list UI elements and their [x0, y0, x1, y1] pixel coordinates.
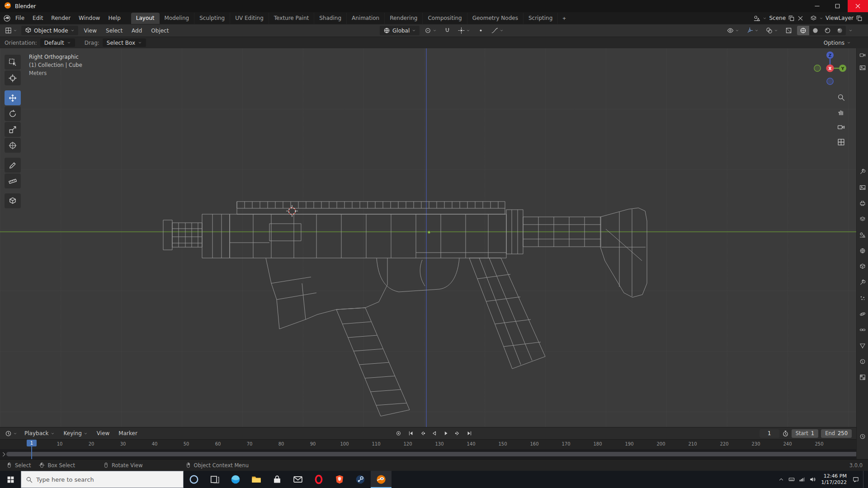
- taskbar-search[interactable]: [21, 471, 184, 488]
- menu-window[interactable]: Window: [75, 14, 104, 23]
- tool-select-box[interactable]: [5, 55, 21, 70]
- add-workspace-button[interactable]: +: [559, 14, 570, 23]
- strip-clock-button[interactable]: [858, 432, 868, 441]
- caret-up-icon[interactable]: [778, 476, 784, 483]
- viewport-nav-camera-button[interactable]: [835, 122, 846, 132]
- transport-play-button[interactable]: [441, 429, 452, 438]
- remove-scene-icon[interactable]: [797, 15, 804, 22]
- close-button[interactable]: [848, 0, 868, 12]
- strip-photo-button[interactable]: [858, 63, 868, 73]
- shading-rendered-button[interactable]: [834, 26, 846, 35]
- tool-cursor[interactable]: [5, 70, 21, 85]
- taskbar-app-mail[interactable]: [288, 471, 308, 488]
- properties-tab-view-layer[interactable]: [858, 214, 868, 224]
- timeline-ruler[interactable]: 1020304050607080901001101201301401501601…: [0, 439, 868, 449]
- tool-measure[interactable]: [5, 174, 21, 188]
- menu-render[interactable]: Render: [47, 14, 75, 23]
- viewport-menu-add[interactable]: Add: [127, 26, 146, 35]
- transport-jump-start-button[interactable]: [406, 429, 416, 438]
- properties-tab-modifiers[interactable]: [858, 277, 868, 287]
- timeline-menu-playback[interactable]: Playback: [20, 429, 59, 438]
- show-overlays-dropdown[interactable]: [764, 26, 780, 35]
- workspace-tab-rendering[interactable]: Rendering: [385, 13, 423, 24]
- 3d-viewport[interactable]: Right Orthographic (1) Collection | Cube…: [0, 48, 856, 427]
- new-viewlayer-icon[interactable]: [856, 15, 863, 22]
- viewport-canvas[interactable]: [0, 48, 856, 427]
- properties-tab-world[interactable]: [858, 246, 868, 256]
- tool-rotate[interactable]: [5, 106, 21, 121]
- navigation-gizmo[interactable]: Z Y X: [811, 49, 849, 87]
- properties-tab-constraints[interactable]: [858, 325, 868, 335]
- properties-tab-render[interactable]: [858, 183, 868, 192]
- tool-annotate[interactable]: [5, 158, 21, 173]
- properties-tab-particles[interactable]: [858, 293, 868, 303]
- taskbar-app-edge[interactable]: [225, 471, 246, 488]
- taskbar-app-task-view[interactable]: [204, 471, 225, 488]
- taskbar-app-opera[interactable]: [308, 471, 329, 488]
- viewport-nav-grid-button[interactable]: [835, 136, 846, 147]
- chevron-down-icon[interactable]: [763, 16, 767, 20]
- tool-add-cube[interactable]: [5, 193, 21, 208]
- proportional-editing-toggle[interactable]: [475, 26, 486, 35]
- timeline-scrollbar[interactable]: [6, 452, 862, 456]
- viewlayer-name[interactable]: ViewLayer: [826, 15, 854, 21]
- properties-tab-physics[interactable]: [858, 309, 868, 319]
- taskbar-app-store[interactable]: [267, 471, 288, 488]
- workspace-tab-compositing[interactable]: Compositing: [423, 13, 467, 24]
- timeline-menu-marker[interactable]: Marker: [114, 429, 141, 438]
- transport-play-reverse-button[interactable]: [429, 429, 440, 438]
- properties-tab-material[interactable]: [858, 357, 868, 366]
- network-icon[interactable]: [799, 476, 805, 483]
- taskbar-clock[interactable]: 12:46 PM 1/17/2022: [820, 473, 849, 486]
- auto-keying-toggle[interactable]: [393, 429, 404, 438]
- start-frame-field[interactable]: Start 1: [792, 429, 818, 438]
- properties-tab-scene[interactable]: [858, 230, 868, 240]
- properties-tab-texture[interactable]: [858, 372, 868, 382]
- gizmo-neg-z-ball[interactable]: [827, 78, 833, 84]
- viewport-nav-zoom-button[interactable]: [835, 92, 846, 103]
- end-frame-field[interactable]: End 250: [821, 429, 852, 438]
- taskbar-app-file-explorer[interactable]: [246, 471, 267, 488]
- properties-tab-object-data[interactable]: [858, 341, 868, 351]
- workspace-tab-modeling[interactable]: Modeling: [160, 13, 195, 24]
- tool-scale[interactable]: [5, 122, 21, 137]
- workspace-tab-shading[interactable]: Shading: [314, 13, 347, 24]
- viewport-nav-hand-button[interactable]: [835, 107, 846, 117]
- editor-type-selector[interactable]: [3, 26, 19, 35]
- transport-jump-end-button[interactable]: [464, 429, 475, 438]
- properties-tab-output[interactable]: [858, 198, 868, 208]
- shading-options-caret-icon[interactable]: [849, 28, 853, 33]
- properties-tab-object[interactable]: [858, 262, 868, 272]
- minimize-button[interactable]: [807, 0, 827, 12]
- volume-icon[interactable]: [809, 476, 816, 483]
- viewport-menu-view[interactable]: View: [80, 26, 101, 35]
- transform-orientation-dropdown[interactable]: Global: [380, 26, 420, 35]
- playhead-badge[interactable]: 1: [27, 440, 37, 446]
- properties-tab-tool[interactable]: [858, 167, 868, 177]
- viewport-menu-select[interactable]: Select: [102, 26, 127, 35]
- menu-edit[interactable]: Edit: [28, 14, 47, 23]
- tool-move[interactable]: [5, 90, 21, 105]
- new-scene-icon[interactable]: [788, 15, 795, 22]
- visibility-dropdown[interactable]: [725, 26, 741, 35]
- workspace-tab-sculpting[interactable]: Sculpting: [194, 13, 230, 24]
- blender-menu-icon[interactable]: [4, 15, 10, 22]
- taskbar-app-steam[interactable]: [350, 471, 371, 488]
- drag-setting-dropdown[interactable]: Select Box: [103, 38, 146, 47]
- tool-transform[interactable]: [5, 138, 21, 153]
- action-center-icon[interactable]: [853, 476, 859, 483]
- transport-next-keyframe-button[interactable]: [453, 429, 463, 438]
- workspace-tab-texture-paint[interactable]: Texture Paint: [269, 13, 314, 24]
- timeline-scrollbar-track[interactable]: [0, 449, 868, 459]
- viewport-menu-object[interactable]: Object: [147, 26, 173, 35]
- workspace-tab-geometry-nodes[interactable]: Geometry Nodes: [467, 13, 524, 24]
- keyboard-icon[interactable]: [788, 476, 795, 483]
- taskbar-app-blender[interactable]: [371, 471, 392, 488]
- strip-camera-button[interactable]: [858, 50, 868, 60]
- shading-solid-button[interactable]: [809, 26, 821, 35]
- transport-prev-keyframe-button[interactable]: [417, 429, 428, 438]
- show-desktop-button[interactable]: [863, 471, 866, 488]
- timeline-menu-keying[interactable]: Keying: [60, 429, 92, 438]
- maximize-button[interactable]: [827, 0, 848, 12]
- gizmo-neg-y-ball[interactable]: [814, 65, 821, 71]
